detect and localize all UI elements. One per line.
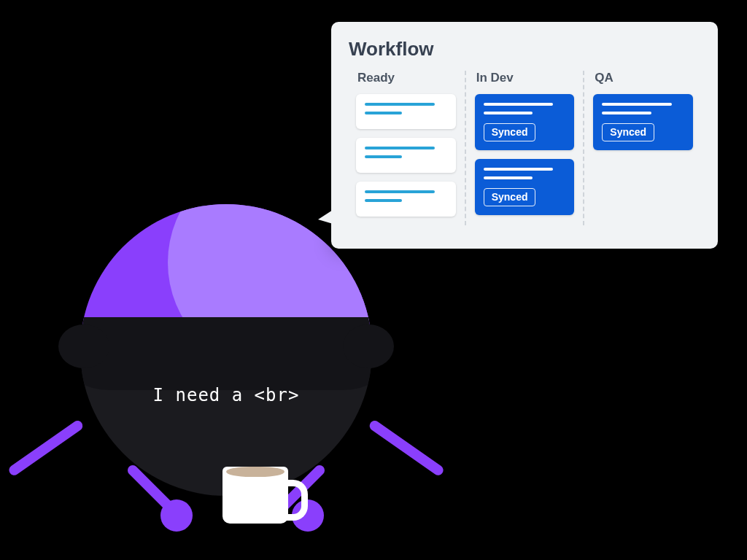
- ticket-line: [484, 168, 554, 171]
- coffee-mug-icon: [222, 467, 288, 524]
- workflow-column-qa: QA Synced: [583, 71, 702, 225]
- coffee-mug-handle: [279, 480, 308, 521]
- ticket-line: [602, 112, 651, 114]
- robot-mascot: I need a <br>: [69, 204, 383, 518]
- robot-ear-left: [58, 324, 109, 368]
- ticket-line: [365, 155, 402, 158]
- ticket-line: [365, 190, 435, 193]
- ticket-line: [484, 176, 533, 179]
- ticket-card[interactable]: [356, 138, 456, 173]
- ticket-line: [602, 103, 672, 106]
- ticket-line: [484, 112, 533, 114]
- ticket-card[interactable]: Synced: [475, 94, 575, 150]
- workflow-columns: Ready In Dev Synced: [347, 71, 702, 225]
- synced-badge: Synced: [484, 188, 536, 206]
- workflow-column-ready: Ready: [347, 71, 465, 225]
- ticket-line: [365, 103, 435, 106]
- robot-arm: [7, 419, 85, 477]
- ticket-line: [365, 199, 402, 202]
- column-title: In Dev: [476, 71, 575, 85]
- robot-hand: [160, 499, 193, 532]
- workflow-column-in-dev: In Dev Synced Synced: [465, 71, 584, 225]
- ticket-line: [484, 103, 554, 106]
- robot-body: I need a <br>: [80, 204, 372, 496]
- workflow-card: Workflow Ready In Dev Synced: [331, 22, 718, 249]
- ticket-card[interactable]: Synced: [475, 159, 575, 215]
- workflow-title: Workflow: [349, 38, 702, 61]
- robot-shirt-text: I need a <br>: [80, 385, 372, 405]
- column-title: QA: [595, 71, 693, 85]
- column-title: Ready: [357, 71, 456, 85]
- ticket-card[interactable]: [356, 94, 456, 129]
- ticket-card[interactable]: [356, 182, 456, 217]
- synced-badge: Synced: [602, 123, 654, 141]
- synced-badge: Synced: [484, 123, 536, 141]
- robot-eye-mask: [80, 317, 372, 390]
- robot-ear-right: [343, 324, 394, 368]
- robot-arm: [368, 419, 445, 477]
- ticket-line: [365, 112, 402, 114]
- ticket-line: [365, 147, 435, 149]
- ticket-card[interactable]: Synced: [593, 94, 693, 150]
